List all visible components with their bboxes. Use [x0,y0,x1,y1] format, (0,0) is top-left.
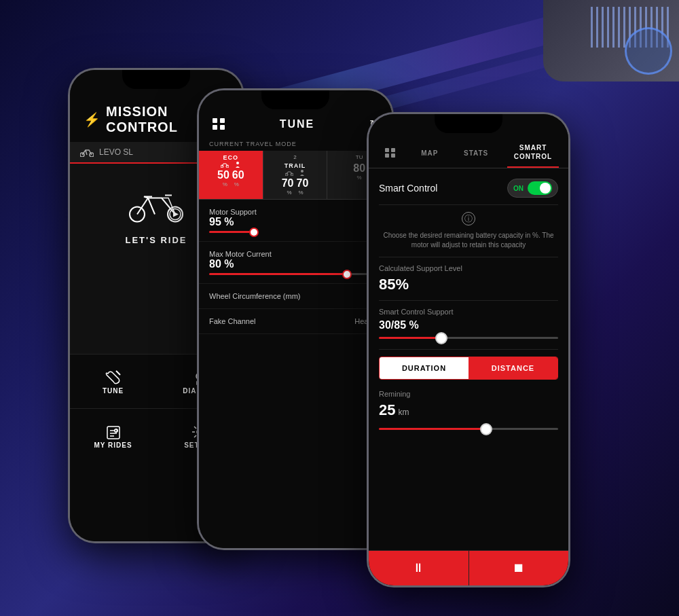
stop-icon: ⏹ [513,561,525,575]
motor-support-block: Motor Support 95 % [209,208,257,233]
motor-support-setting[interactable]: Motor Support 95 % [199,200,392,242]
info-description: Choose the desired remaining battery cap… [379,231,558,250]
trail-mode-name: TRAIL [269,162,322,169]
eco-sub: %% [204,181,257,187]
phone3-topbar: MAP STATS SMARTCONTROL [369,134,568,168]
max-motor-thumb [342,270,352,279]
bike-name: LEVO SL [99,147,133,157]
travel-modes-container: ECO 50 60 %% [199,151,392,200]
deco-circle [625,27,672,75]
info-icon: ⓘ [462,212,475,225]
bike-info: LEVO SL [80,147,133,157]
grid-square [391,148,395,152]
support-slider-label: Smart Control Support [379,308,558,316]
eco-mode[interactable]: ECO 50 60 %% [199,151,263,199]
trail-bike-icon [285,169,293,176]
phone2-content: TUNE ↻ CURRENT TRAVEL MODE ECO [199,90,392,548]
toggle-on-text: ON [513,185,524,192]
bike-tab-icon [80,147,94,157]
motor-support-thumb [249,228,259,237]
lets-ride-label: LET'S RIDE [126,235,187,245]
max-motor-current-setting[interactable]: Max Motor Current 80 % [199,242,392,284]
max-motor-block: Max Motor Current 80 % [209,250,382,275]
trail-person-icon [299,169,306,176]
grid-square [391,153,395,158]
tab-map[interactable]: MAP [414,144,445,162]
support-slider-thumb [435,332,447,344]
phone3-footer: ⏸ ⏹ [369,550,568,585]
tab-stats[interactable]: STATS [457,144,495,162]
nav-item-tune[interactable]: TUNE [70,354,156,408]
remaining-block: Remining 25 km [379,390,558,430]
duration-button[interactable]: DURATION [380,357,469,379]
distance-button[interactable]: DISTANCE [469,357,557,379]
fake-channel-setting[interactable]: Fake Channel Heart-... [199,309,392,334]
support-slider-track[interactable] [379,337,558,339]
trail-mode[interactable]: 2 TRAIL 70 70 [263,151,328,199]
pause-button[interactable]: ⏸ [369,551,469,585]
motor-support-slider[interactable] [209,231,257,233]
info-row: ⓘ [379,212,558,225]
phone3-content: MAP STATS SMARTCONTROL Smart Control ON [369,114,568,585]
distance-label: DISTANCE [492,364,534,372]
motor-support-value: 95 % [209,216,257,228]
settings-list: Motor Support 95 % Max Motor Current 80 … [199,200,392,334]
grid-icon [385,148,396,158]
eco-values: 50 60 [204,169,257,181]
phone-smart-control: MAP STATS SMARTCONTROL Smart Control ON [367,112,570,587]
eco-val2: 60 [232,169,244,181]
top-right-decoration [543,0,679,81]
support-slider-value: 30/85 % [379,319,558,331]
eco-val1: 50 [217,169,230,181]
tab-smart-control[interactable]: SMARTCONTROL [507,138,559,168]
notch-2 [261,90,329,109]
divider-1 [379,204,558,205]
toggle-container[interactable]: ON [507,179,558,198]
support-slider-row [379,337,558,339]
my-rides-label: MY RIDES [94,441,132,449]
eco-bike-icon [221,161,229,168]
divider-2 [379,257,558,257]
duration-distance-toggle: DURATION DISTANCE [379,357,558,380]
duration-label: DURATION [402,364,446,372]
grid-square [385,148,389,152]
travel-mode-label: CURRENT TRAVEL MODE [199,137,392,151]
max-motor-slider[interactable] [209,273,382,275]
stop-button[interactable]: ⏹ [469,551,569,585]
grid-menu-icon[interactable] [213,118,225,130]
support-slider-block: Smart Control Support 30/85 % [379,308,558,339]
phone-tune: TUNE ↻ CURRENT TRAVEL MODE ECO [197,88,394,550]
trail-num: 2 [269,154,322,160]
svg-point-20 [301,170,304,173]
tab-grid[interactable] [378,143,403,163]
wheel-circumference-setting[interactable]: Wheel Circumference (mm) 72... [199,284,392,309]
divider-3 [379,300,558,301]
toggle-knob [540,183,551,194]
grid-dot [220,125,225,130]
calc-support-label: Calculated Support Level [379,264,558,272]
specialized-logo-icon: ⚡ [84,111,100,128]
pause-icon: ⏸ [412,561,424,575]
remaining-value: 25 [379,401,395,419]
trail-val2: 70 [297,177,309,189]
tune-label: TUNE [103,387,124,395]
remaining-value-row: 25 km [379,401,558,422]
toggle-switch[interactable] [528,181,552,195]
remaining-slider[interactable] [379,428,558,430]
nav-item-myrides[interactable]: MY RIDES [70,408,156,463]
notch-3 [435,114,502,133]
remaining-unit: km [398,407,409,417]
remaining-label: Remining [379,390,558,398]
grid-dot [220,118,225,123]
svg-line-6 [116,371,120,375]
fake-channel-label: Fake Channel [209,317,256,325]
smart-control-label: Smart Control [379,183,437,194]
grid-dot [213,125,217,130]
divider-4 [379,349,558,350]
grid-square [385,153,389,158]
map-tab-label: MAP [421,149,438,157]
trail-values: 70 70 [269,177,322,189]
max-motor-value: 80 % [209,258,382,270]
main-bike-icon [129,184,183,225]
smart-control-row: Smart Control ON [379,179,558,198]
